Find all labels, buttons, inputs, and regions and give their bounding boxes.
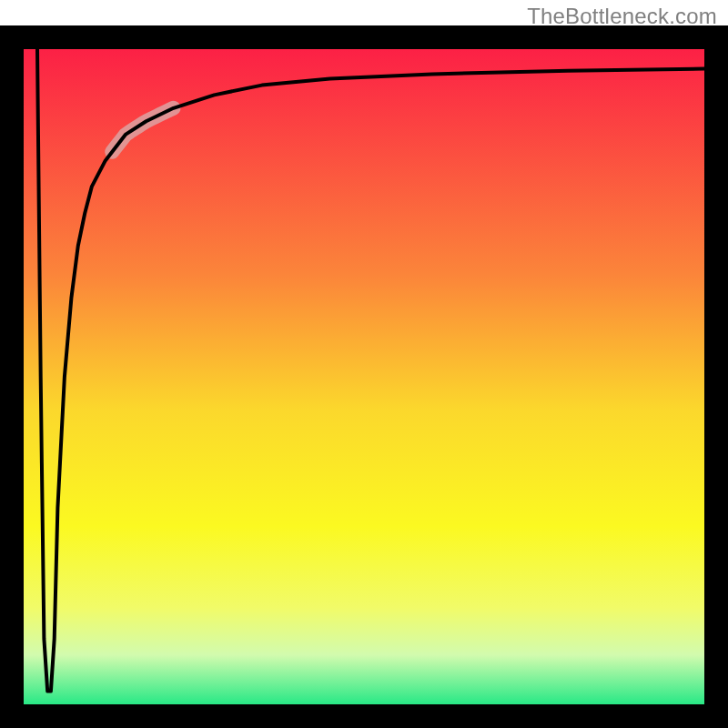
chart-container: TheBottleneck.com — [0, 0, 728, 728]
bottleneck-plot — [0, 25, 728, 728]
chart-frame — [0, 25, 728, 728]
